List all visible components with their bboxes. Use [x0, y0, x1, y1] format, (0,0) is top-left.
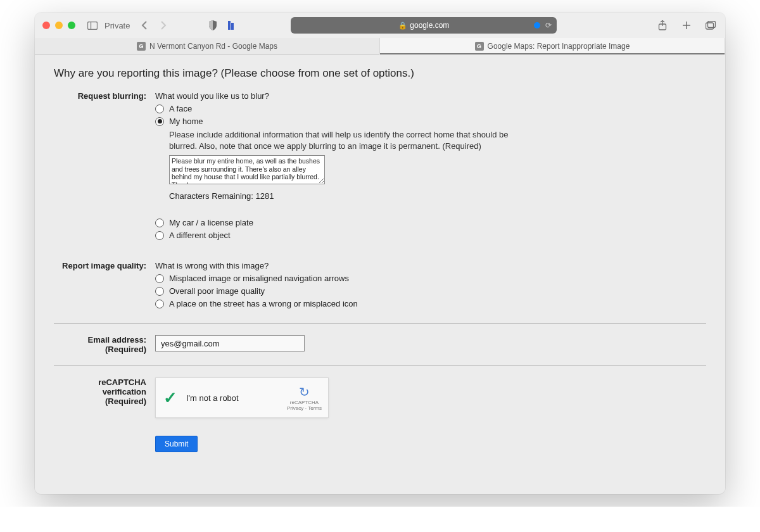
- tab-maps[interactable]: G N Vermont Canyon Rd - Google Maps: [35, 38, 380, 54]
- radio-icon-label: A place on the street has a wrong or mis…: [169, 299, 358, 308]
- address-bar[interactable]: 🔒 google.com ⟳: [291, 17, 557, 34]
- section-label-blurring: Request blurring:: [54, 91, 155, 243]
- new-tab-icon[interactable]: [680, 18, 694, 32]
- radio-poor[interactable]: [155, 287, 164, 296]
- private-label: Private: [104, 21, 130, 30]
- tabs-overview-icon[interactable]: [704, 18, 718, 32]
- sidebar-toggle-icon[interactable]: [86, 18, 99, 32]
- radio-misplaced[interactable]: [155, 274, 164, 283]
- lock-icon: 🔒: [398, 22, 407, 30]
- page-content: Why are you reporting this image? (Pleas…: [35, 54, 725, 494]
- recaptcha-text: I'm not a robot: [186, 393, 239, 403]
- shield-icon[interactable]: [206, 18, 220, 32]
- forward-button[interactable]: [156, 18, 170, 32]
- radio-poor-label: Overall poor image quality: [169, 286, 265, 296]
- minimize-window-button[interactable]: [55, 22, 63, 29]
- blurring-details-input[interactable]: [169, 155, 325, 184]
- chars-remaining: Characters Remaining: 1281: [169, 191, 522, 201]
- svg-rect-9: [708, 22, 716, 28]
- tab-title: Google Maps: Report Inappropriate Image: [488, 42, 630, 51]
- section-label-quality: Report image quality:: [54, 261, 155, 312]
- radio-home-label: My home: [169, 117, 203, 126]
- radio-misplaced-label: Misplaced image or misaligned navigation…: [169, 274, 349, 283]
- radio-face-label: A face: [169, 104, 192, 113]
- radio-car[interactable]: [155, 218, 164, 227]
- extension-icon[interactable]: [225, 18, 239, 32]
- browser-window: Private 🔒 google.com ⟳: [35, 13, 725, 494]
- home-help-text: Please include additional information th…: [169, 129, 522, 151]
- svg-rect-8: [706, 23, 714, 29]
- svg-rect-2: [228, 21, 231, 30]
- reader-indicator[interactable]: [534, 22, 540, 28]
- tab-strip: G N Vermont Canyon Rd - Google Maps G Go…: [35, 38, 725, 54]
- separator: [54, 365, 706, 366]
- checkmark-icon: ✓: [162, 388, 179, 408]
- submit-button[interactable]: Submit: [155, 436, 198, 452]
- radio-object[interactable]: [155, 231, 164, 240]
- svg-rect-3: [231, 23, 234, 30]
- blurring-question: What would you like us to blur?: [155, 91, 522, 101]
- tab-report[interactable]: G Google Maps: Report Inappropriate Imag…: [380, 38, 725, 54]
- radio-object-label: A different object: [169, 231, 231, 240]
- recaptcha-icon: ↻: [287, 384, 322, 400]
- page-title: Why are you reporting this image? (Pleas…: [54, 67, 706, 80]
- email-field[interactable]: [155, 335, 305, 352]
- radio-car-label: My car / a license plate: [169, 218, 253, 227]
- email-label: Email address: (Required): [54, 335, 155, 354]
- favicon-icon: G: [137, 42, 146, 51]
- quality-question: What is wrong with this image?: [155, 261, 522, 270]
- recaptcha-logo: ↻ reCAPTCHA Privacy - Terms: [287, 384, 322, 412]
- separator: [54, 323, 706, 324]
- share-icon[interactable]: [656, 18, 669, 32]
- fullscreen-window-button[interactable]: [68, 22, 75, 29]
- svg-rect-0: [88, 22, 98, 29]
- traffic-lights: [42, 22, 75, 29]
- favicon-icon: G: [475, 42, 484, 51]
- recaptcha-label: reCAPTCHA verification (Required): [54, 377, 155, 452]
- radio-icon[interactable]: [155, 300, 164, 308]
- close-window-button[interactable]: [42, 22, 50, 29]
- radio-home[interactable]: [155, 117, 164, 126]
- back-button[interactable]: [137, 18, 151, 32]
- reload-icon[interactable]: ⟳: [545, 21, 552, 30]
- address-text: google.com: [410, 21, 449, 30]
- tab-title: N Vermont Canyon Rd - Google Maps: [149, 42, 277, 51]
- browser-toolbar: Private 🔒 google.com ⟳: [35, 13, 725, 38]
- recaptcha-widget[interactable]: ✓ I'm not a robot ↻ reCAPTCHA Privacy - …: [155, 377, 329, 418]
- radio-face[interactable]: [155, 104, 164, 113]
